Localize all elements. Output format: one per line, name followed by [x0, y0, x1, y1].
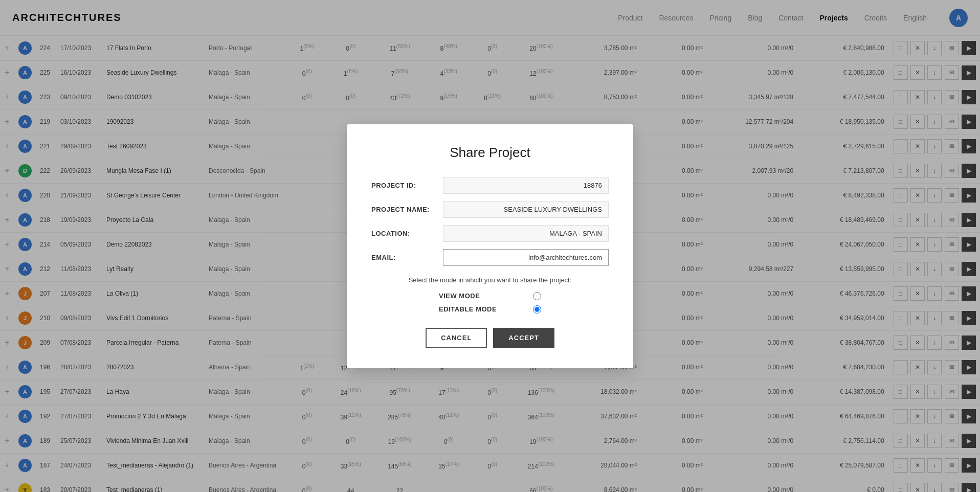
location-input[interactable] — [443, 225, 609, 242]
cancel-button[interactable]: CANCEL — [426, 328, 487, 348]
select-mode-text: Select the mode in which you want to sha… — [371, 276, 609, 284]
project-name-input[interactable] — [443, 201, 609, 218]
project-id-input[interactable] — [443, 177, 609, 194]
project-id-field: PROJECT ID: — [371, 177, 609, 194]
mode-selection: VIEW MODE EDITABLE MODE — [371, 292, 609, 314]
email-field: EMAIL: — [371, 249, 609, 266]
share-project-modal: Share Project PROJECT ID: PROJECT NAME: … — [347, 124, 633, 368]
view-mode-radio[interactable] — [533, 292, 541, 300]
location-label: LOCATION: — [371, 230, 443, 237]
location-field: LOCATION: — [371, 225, 609, 242]
view-mode-label: VIEW MODE — [439, 292, 480, 300]
modal-title: Share Project — [371, 145, 609, 161]
project-name-label: PROJECT NAME: — [371, 206, 443, 213]
project-name-field: PROJECT NAME: — [371, 201, 609, 218]
editable-mode-radio[interactable] — [533, 305, 541, 314]
editable-mode-label: EDITABLE MODE — [439, 305, 497, 313]
modal-actions: CANCEL ACCEPT — [371, 328, 609, 348]
email-input[interactable] — [443, 249, 609, 266]
editable-mode-row: EDITABLE MODE — [439, 305, 541, 314]
project-id-label: PROJECT ID: — [371, 182, 443, 189]
modal-overlay: Share Project PROJECT ID: PROJECT NAME: … — [0, 0, 980, 492]
email-label: EMAIL: — [371, 254, 443, 261]
view-mode-row: VIEW MODE — [439, 292, 541, 300]
accept-button[interactable]: ACCEPT — [493, 328, 554, 348]
